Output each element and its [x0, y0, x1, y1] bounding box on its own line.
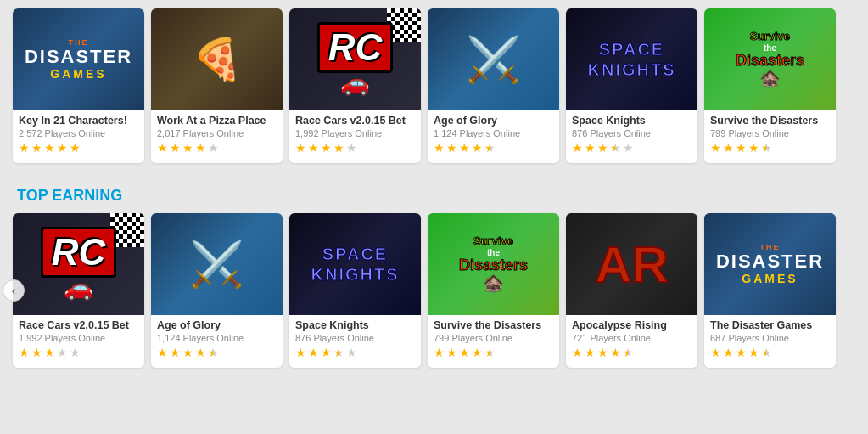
star-rating: ★★★★★	[572, 346, 692, 359]
star-half: ★	[484, 346, 496, 359]
scroll-left-arrow[interactable]: ‹	[3, 279, 25, 302]
top-row-section: THE DISASTER GAMES Key In 21 Characters!…	[0, 0, 868, 172]
star-filled: ★	[31, 346, 42, 359]
game-thumbnail: 🍕	[151, 8, 283, 110]
top-earning-title: TOP EARNING	[13, 187, 855, 205]
star-filled: ★	[710, 346, 721, 359]
star-filled: ★	[295, 141, 306, 155]
star-half: ★	[484, 141, 496, 155]
star-rating: ★★★★★	[157, 346, 277, 359]
game-thumbnail: ⚔️	[151, 213, 283, 315]
game-name: Survive the Disasters	[710, 115, 830, 127]
star-filled: ★	[472, 141, 483, 155]
star-filled: ★	[170, 141, 181, 155]
game-info: Apocalypse Rising 721 Players Online ★★★…	[566, 315, 697, 361]
star-filled: ★	[157, 141, 168, 155]
top-games-row: THE DISASTER GAMES Key In 21 Characters!…	[13, 8, 855, 163]
game-name: Race Cars v2.0.15 Bet	[295, 115, 415, 127]
game-thumbnail: RC 🚗	[13, 213, 144, 315]
game-thumbnail: Survive the Disasters 🏚️	[428, 213, 559, 315]
star-empty: ★	[346, 141, 357, 155]
star-filled: ★	[472, 346, 483, 359]
game-card[interactable]: SPACE KNIGHTS Space Knights 876 Players …	[289, 213, 421, 368]
game-players: 687 Players Online	[710, 333, 830, 343]
star-filled: ★	[597, 141, 608, 155]
star-empty: ★	[70, 346, 81, 359]
game-name: Work At a Pizza Place	[157, 115, 277, 127]
game-thumbnail: ⚔️	[428, 8, 559, 110]
game-thumbnail: Survive the Disasters 🏚️	[704, 8, 836, 110]
game-thumbnail: SPACE KNIGHTS	[566, 8, 697, 110]
game-name: Apocalypse Rising	[572, 319, 692, 331]
game-name: Age of Glory	[434, 115, 553, 127]
game-name: Key In 21 Characters!	[19, 115, 138, 127]
game-info: Space Knights 876 Players Online ★★★★★	[289, 315, 421, 361]
game-players: 2,572 Players Online	[19, 128, 138, 138]
star-filled: ★	[736, 141, 747, 155]
star-filled: ★	[459, 141, 470, 155]
star-filled: ★	[736, 346, 747, 359]
star-filled: ★	[308, 346, 319, 359]
game-players: 799 Players Online	[710, 128, 830, 138]
game-card[interactable]: RC 🚗 Race Cars v2.0.15 Bet 1,992 Players…	[289, 8, 421, 163]
star-filled: ★	[182, 141, 193, 155]
game-info: Race Cars v2.0.15 Bet 1,992 Players Onli…	[289, 110, 421, 156]
star-rating: ★★★★★	[19, 141, 138, 155]
game-name: Survive the Disasters	[434, 319, 553, 331]
game-players: 799 Players Online	[434, 333, 553, 343]
star-filled: ★	[44, 346, 55, 359]
game-card[interactable]: Survive the Disasters 🏚️ Survive the Dis…	[428, 213, 559, 368]
game-name: Space Knights	[572, 115, 692, 127]
game-thumbnail: SPACE KNIGHTS	[289, 213, 421, 315]
star-filled: ★	[585, 346, 596, 359]
game-info: Age of Glory 1,124 Players Online ★★★★★	[428, 110, 559, 156]
game-info: Race Cars v2.0.15 Bet 1,992 Players Onli…	[13, 315, 144, 361]
top-earning-row: ‹ RC 🚗 Race Cars v2.0.15 Bet 1,992 Playe…	[13, 213, 855, 368]
star-filled: ★	[31, 141, 42, 155]
star-empty: ★	[208, 141, 219, 155]
star-filled: ★	[321, 346, 332, 359]
star-empty: ★	[346, 346, 357, 359]
game-card[interactable]: AR Apocalypse Rising 721 Players Online …	[566, 213, 697, 368]
star-filled: ★	[333, 141, 344, 155]
star-filled: ★	[182, 346, 193, 359]
star-rating: ★★★★★	[710, 346, 830, 359]
game-players: 1,992 Players Online	[295, 128, 415, 138]
game-info: Survive the Disasters 799 Players Online…	[428, 315, 559, 361]
star-filled: ★	[44, 141, 55, 155]
game-card[interactable]: 🍕 Work At a Pizza Place 2,017 Players On…	[151, 8, 283, 163]
game-card[interactable]: RC 🚗 Race Cars v2.0.15 Bet 1,992 Players…	[13, 213, 144, 368]
star-filled: ★	[195, 346, 206, 359]
star-rating: ★★★★★	[572, 141, 692, 155]
game-card[interactable]: ⚔️ Age of Glory 1,124 Players Online ★★★…	[428, 8, 559, 163]
game-card[interactable]: Survive the Disasters 🏚️ Survive the Dis…	[704, 8, 836, 163]
star-filled: ★	[321, 141, 332, 155]
game-name: The Disaster Games	[710, 319, 830, 331]
game-card[interactable]: THE DISASTER GAMES Key In 21 Characters!…	[13, 8, 144, 163]
star-filled: ★	[459, 346, 470, 359]
star-rating: ★★★★★	[434, 141, 553, 155]
star-half: ★	[333, 346, 344, 359]
game-thumbnail: AR	[566, 213, 697, 315]
star-filled: ★	[70, 141, 81, 155]
star-filled: ★	[572, 141, 583, 155]
game-thumbnail: RC 🚗	[289, 8, 421, 110]
game-name: Race Cars v2.0.15 Bet	[19, 319, 138, 331]
game-players: 876 Players Online	[295, 333, 415, 343]
star-filled: ★	[610, 346, 621, 359]
game-card[interactable]: SPACE KNIGHTS Space Knights 876 Players …	[566, 8, 697, 163]
game-players: 1,124 Players Online	[157, 333, 277, 343]
game-info: Age of Glory 1,124 Players Online ★★★★★	[151, 315, 283, 361]
star-rating: ★★★★★	[295, 346, 415, 359]
star-filled: ★	[195, 141, 206, 155]
game-card[interactable]: THE DISASTER GAMES The Disaster Games 68…	[704, 213, 836, 368]
game-card[interactable]: ⚔️ Age of Glory 1,124 Players Online ★★★…	[151, 213, 283, 368]
star-rating: ★★★★★	[157, 141, 277, 155]
star-filled: ★	[723, 141, 734, 155]
star-filled: ★	[723, 346, 734, 359]
star-filled: ★	[295, 346, 306, 359]
star-rating: ★★★★★	[710, 141, 830, 155]
star-half: ★	[761, 346, 772, 359]
game-players: 721 Players Online	[572, 333, 692, 343]
star-rating: ★★★★★	[295, 141, 415, 155]
